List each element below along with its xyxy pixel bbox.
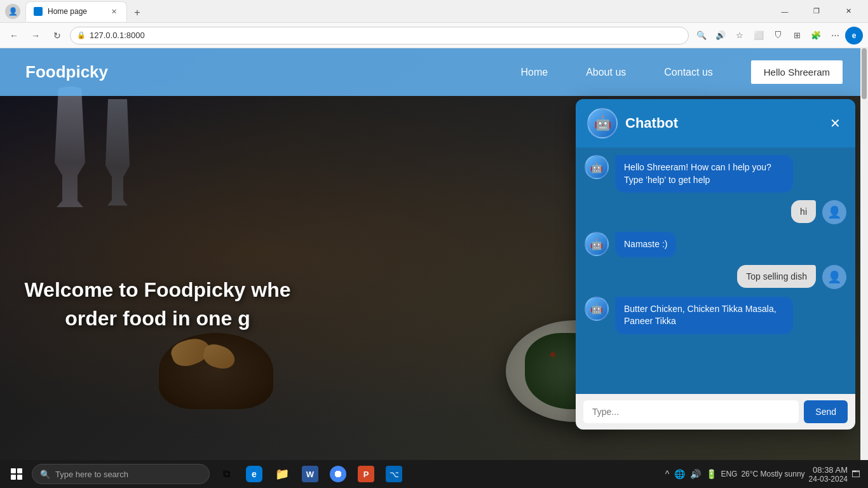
new-tab-button[interactable]: +: [128, 4, 146, 22]
edge-taskbar-icon[interactable]: e: [241, 460, 267, 488]
speaker-icon[interactable]: 🔊: [689, 468, 702, 480]
user-bubble-1: hi: [791, 200, 816, 223]
message-row-5: 🤖 Butter Chicken, Chicken Tikka Masala, …: [585, 297, 846, 334]
weather-text: 26°C Mostly sunny: [741, 470, 804, 478]
start-button[interactable]: [3, 460, 31, 488]
datetime-area[interactable]: 08:38 AM 24-03-2024: [809, 465, 848, 484]
chatbot-close-button[interactable]: ✕: [826, 114, 844, 132]
chatbot-robot-icon: 🤖: [587, 108, 618, 139]
chatbot-messages: 🤖 Hello Shreeram! How can I help you? Ty…: [576, 147, 855, 394]
tab-list: Home page ✕ +: [25, 1, 760, 22]
network-icon[interactable]: 🌐: [673, 468, 686, 480]
maximize-button[interactable]: ❐: [802, 1, 831, 22]
nav-about[interactable]: About us: [586, 67, 626, 78]
website-content: Foodpicky Home About us Contact us Hello…: [0, 48, 868, 460]
search-icon[interactable]: 🔍: [693, 27, 710, 44]
taskbar-app-icons: ⧉ e 📁 W ⬤ P ⌥: [214, 460, 407, 488]
system-tray: ^ 🌐 🔊 🔋 ENG: [664, 468, 738, 480]
profile-icon[interactable]: 👤: [5, 4, 20, 19]
favorites-icon[interactable]: ☆: [731, 27, 749, 44]
bot-avatar-3: 🤖: [585, 297, 609, 321]
tray-chevron-icon[interactable]: ^: [664, 468, 671, 480]
hello-button[interactable]: Hello Shreeram: [751, 60, 843, 84]
browser-frame: 👤 Home page ✕ + — ❐ ✕ ← → ↻ 🔒 127.0.0.1:…: [0, 0, 868, 488]
nav-links: Home About us Contact us: [520, 67, 712, 78]
taskbar-search-placeholder: Type here to search: [55, 470, 128, 479]
site-logo: Foodpicky: [25, 62, 108, 82]
tab-close-button[interactable]: ✕: [109, 6, 119, 17]
file-explorer-icon[interactable]: 📁: [269, 460, 295, 488]
user-avatar-1: 👤: [822, 200, 846, 224]
message-row-1: 🤖 Hello Shreeram! How can I help you? Ty…: [585, 155, 846, 193]
hero-line-2: order food in one g: [13, 304, 302, 333]
chatbot-send-button[interactable]: Send: [804, 400, 848, 423]
weather-area: 26°C Mostly sunny: [741, 470, 804, 478]
clock-date: 24-03-2024: [809, 475, 848, 484]
chrome-icon[interactable]: ⬤: [325, 460, 351, 488]
user-bubble-2: Top selling dish: [737, 265, 816, 288]
site-navigation: Foodpicky Home About us Contact us Hello…: [0, 48, 868, 96]
address-bar[interactable]: 🔒 127.0.0.1:8000: [70, 27, 689, 44]
message-row-2: hi 👤: [585, 200, 846, 224]
taskbar: 🔍 Type here to search ⧉ e 📁 W ⬤ P: [0, 460, 868, 488]
language-badge[interactable]: ENG: [721, 470, 737, 478]
window-controls: — ❐ ✕: [770, 1, 863, 22]
browser-toolbar: ← → ↻ 🔒 127.0.0.1:8000 🔍 🔊 ☆ ⬜ ⛉ ⊞ 🧩 ⋯ e: [0, 23, 868, 48]
hero-line-1: Welcome to Foodpicky whe: [13, 276, 302, 304]
scrollbar-thumb[interactable]: [862, 48, 867, 99]
url-text: 127.0.0.1:8000: [90, 30, 145, 40]
nav-contact[interactable]: Contact us: [664, 67, 712, 78]
word-icon[interactable]: W: [297, 460, 323, 488]
more-icon[interactable]: ⋯: [826, 27, 844, 44]
chatbot-header: 🤖 Chatbot ✕: [576, 99, 855, 147]
taskbar-search-icon: 🔍: [40, 470, 50, 479]
tab-favicon: [34, 7, 43, 16]
extensions-icon[interactable]: 🧩: [807, 27, 825, 44]
read-aloud-icon[interactable]: 🔊: [712, 27, 729, 44]
clock-time: 08:38 AM: [809, 465, 848, 475]
collections-icon[interactable]: ⊞: [788, 27, 806, 44]
bot-bubble-2: Namaste :): [615, 232, 676, 257]
tab-label: Home page: [48, 7, 87, 16]
message-row-3: 🤖 Namaste :): [585, 232, 846, 257]
browser-scrollbar[interactable]: [860, 48, 868, 460]
vscode-icon[interactable]: ⌥: [381, 460, 407, 488]
task-view-icon[interactable]: ⧉: [214, 460, 239, 488]
chatbot-panel: 🤖 Chatbot ✕ 🤖 Hello Shreeram! How can I …: [576, 99, 855, 430]
chatbot-title: Chatbot: [625, 115, 818, 132]
bot-bubble-3: Butter Chicken, Chicken Tikka Masala, Pa…: [615, 297, 793, 334]
message-row-4: Top selling dish 👤: [585, 265, 846, 289]
notification-icon[interactable]: 🗔: [851, 469, 860, 479]
refresh-button[interactable]: ↻: [48, 27, 66, 44]
bot-avatar-2: 🤖: [585, 232, 609, 256]
windows-logo: [11, 468, 22, 480]
bookmark-icon[interactable]: ⛉: [769, 27, 787, 44]
taskbar-right-area: ^ 🌐 🔊 🔋 ENG 26°C Mostly sunny 08:38 AM 2…: [664, 465, 865, 484]
lock-icon: 🔒: [77, 31, 86, 39]
battery-icon[interactable]: 🔋: [705, 468, 718, 480]
active-tab[interactable]: Home page ✕: [25, 1, 127, 22]
forward-button[interactable]: →: [27, 27, 44, 44]
powerpoint-icon[interactable]: P: [353, 460, 379, 488]
chatbot-input-row: Send: [576, 394, 855, 430]
minimize-button[interactable]: —: [770, 1, 799, 22]
chatbot-input-field[interactable]: [583, 400, 799, 423]
toolbar-icons: 🔍 🔊 ☆ ⬜ ⛉ ⊞ 🧩 ⋯ e: [693, 27, 863, 44]
close-button[interactable]: ✕: [834, 1, 863, 22]
taskbar-search[interactable]: 🔍 Type here to search: [32, 464, 210, 484]
nav-home[interactable]: Home: [520, 67, 548, 78]
bot-avatar-1: 🤖: [585, 155, 609, 179]
back-button[interactable]: ←: [5, 27, 23, 44]
browser-titlebar: 👤 Home page ✕ + — ❐ ✕: [0, 0, 868, 23]
hero-text: Welcome to Foodpicky whe order food in o…: [0, 276, 315, 333]
bot-bubble-1: Hello Shreeram! How can I help you? Type…: [615, 155, 793, 193]
split-view-icon[interactable]: ⬜: [750, 27, 768, 44]
user-avatar-2: 👤: [822, 265, 846, 289]
edge-icon: e: [845, 27, 863, 44]
